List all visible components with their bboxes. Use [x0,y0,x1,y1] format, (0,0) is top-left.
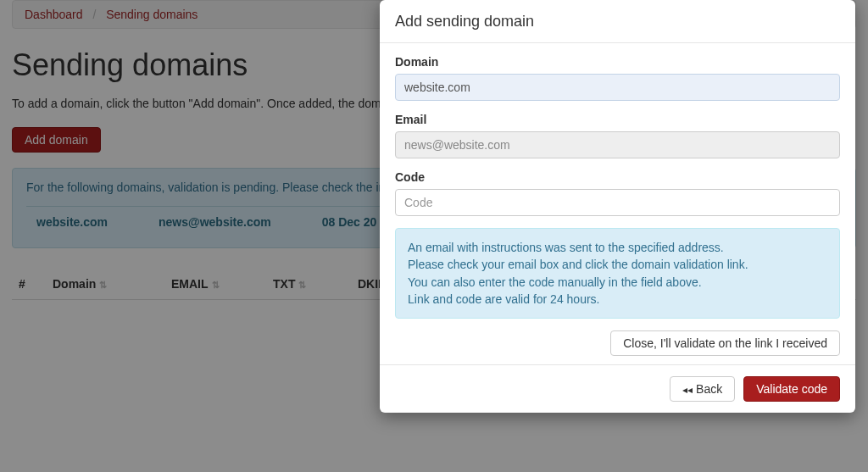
info-line: Please check your email box and click th… [408,256,827,273]
domain-label: Domain [395,55,840,69]
info-line: Link and code are valid for 24 hours. [408,291,827,308]
rewind-icon: ◂◂ [682,384,693,396]
code-label: Code [395,170,840,184]
instruction-info-box: An email with instructions was sent to t… [395,228,840,319]
add-sending-domain-modal: Add sending domain Domain Email Code An … [380,0,855,413]
info-line: An email with instructions was sent to t… [408,239,827,256]
close-validate-later-button[interactable]: Close, I'll validate on the link I recei… [610,330,840,356]
domain-input[interactable] [395,74,840,101]
modal-title: Add sending domain [380,0,855,43]
validate-code-button[interactable]: Validate code [743,376,840,402]
code-input[interactable] [395,189,840,216]
email-label: Email [395,113,840,126]
info-line: You can also enter the code manually in … [408,274,827,291]
email-input[interactable] [395,131,840,158]
back-button[interactable]: ◂◂Back [670,376,735,402]
